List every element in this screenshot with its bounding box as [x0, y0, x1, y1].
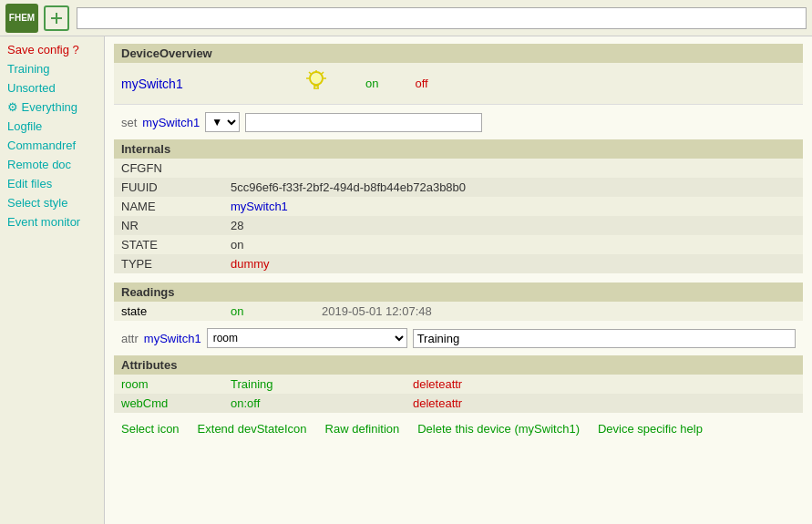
table-row: NR 28 [114, 216, 803, 235]
top-bar: FHEM [0, 0, 812, 36]
sidebar-item-remotedoc[interactable]: Remote doc [0, 155, 104, 174]
internal-value-state: on [223, 235, 803, 254]
table-row: state on 2019-05-01 12:07:48 [114, 302, 803, 321]
device-specific-help-link[interactable]: Device specific help [598, 422, 703, 436]
table-row: room Training deleteattr [114, 375, 803, 394]
table-row: TYPE dummy [114, 254, 803, 273]
internal-key-state: STATE [114, 235, 223, 254]
select-icon-link[interactable]: Select icon [121, 422, 180, 436]
attr-value-input[interactable] [413, 329, 796, 348]
internal-value-type: dummy [223, 254, 803, 273]
sidebar-item-training[interactable]: Training [0, 59, 104, 78]
table-row: webCmd on:off deleteattr [114, 394, 803, 413]
sidebar-item-selectstyle[interactable]: Select style [0, 193, 104, 212]
readings-header: Readings [114, 283, 803, 302]
internal-key-nr: NR [114, 216, 223, 235]
set-row: set mySwitch1 ▼ [114, 105, 803, 139]
device-name[interactable]: mySwitch1 [121, 77, 267, 91]
lightbulb-icon [303, 68, 329, 98]
sidebar-item-unsorted[interactable]: Unsorted [0, 78, 104, 98]
sidebar-item-logfile[interactable]: Logfile [0, 117, 104, 136]
sidebar-item-save-config[interactable]: Save config ? [0, 40, 104, 59]
sidebar-item-commandref[interactable]: Commandref [0, 136, 104, 155]
device-overview-header: DeviceOverview [114, 44, 803, 63]
set-value-input[interactable] [245, 113, 482, 132]
bottom-links: Select icon Extend devStateIcon Raw defi… [114, 413, 803, 445]
logo-text: FHEM [9, 13, 35, 23]
extend-devstateicon-link[interactable]: Extend devStateIcon [198, 422, 307, 436]
internal-value-cfgfn [223, 159, 803, 178]
reading-key-state: state [114, 302, 223, 321]
raw-definition-link[interactable]: Raw definition [325, 422, 400, 436]
sidebar: Save config ? Training Unsorted ⚙ Everyt… [0, 36, 105, 524]
main-layout: Save config ? Training Unsorted ⚙ Everyt… [0, 36, 812, 524]
search-input[interactable] [77, 7, 807, 29]
internal-value-name: mySwitch1 [223, 197, 803, 216]
svg-rect-1 [51, 17, 62, 19]
device-state-off: off [415, 77, 427, 90]
attr-key-webcmd: webCmd [114, 394, 223, 413]
attr-key-room: room [114, 375, 223, 394]
attributes-header: Attributes [114, 355, 803, 375]
attr-delete-webcmd[interactable]: deleteattr [406, 394, 803, 413]
internals-table: CFGFN FUUID 5cc96ef6-f33f-2bf2-494d-b8fb… [114, 159, 803, 273]
attributes-table: room Training deleteattr webCmd on:off d… [114, 375, 803, 413]
spacer1 [114, 273, 803, 283]
internals-header: Internals [114, 139, 803, 159]
add-button[interactable] [44, 5, 69, 31]
lightbulb-svg [303, 68, 329, 94]
svg-point-12 [312, 74, 321, 83]
attr-value-room: Training [223, 375, 406, 394]
set-command-select[interactable]: ▼ [205, 112, 240, 132]
table-row: CFGFN [114, 159, 803, 178]
internal-key-cfgfn: CFGFN [114, 159, 223, 178]
internal-value-nr: 28 [223, 216, 803, 235]
internal-key-fuuid: FUUID [114, 178, 223, 197]
content-area: DeviceOverview mySwitch1 [105, 36, 812, 524]
table-row: NAME mySwitch1 [114, 197, 803, 216]
attr-label: attr [121, 332, 139, 345]
reading-timestamp-state: 2019-05-01 12:07:48 [314, 302, 803, 321]
attr-value-webcmd: on:off [223, 394, 406, 413]
svg-rect-8 [313, 84, 319, 87]
svg-line-6 [309, 72, 311, 74]
readings-table: state on 2019-05-01 12:07:48 [114, 302, 803, 321]
internal-key-name: NAME [114, 197, 223, 216]
svg-line-4 [322, 72, 324, 74]
sidebar-item-editfiles[interactable]: Edit files [0, 174, 104, 193]
attr-delete-room[interactable]: deleteattr [406, 375, 803, 394]
table-row: STATE on [114, 235, 803, 254]
sidebar-item-everything[interactable]: ⚙ Everything [0, 98, 104, 117]
attr-device-name: mySwitch1 [144, 332, 201, 345]
reading-value-state: on [223, 302, 314, 321]
delete-device-link[interactable]: Delete this device (mySwitch1) [417, 422, 580, 436]
device-state-on: on [365, 77, 378, 90]
sidebar-item-eventmonitor[interactable]: Event monitor [0, 212, 104, 231]
fhem-logo[interactable]: FHEM [5, 4, 38, 33]
table-row: FUUID 5cc96ef6-f33f-2bf2-494d-b8fb44eb72… [114, 178, 803, 197]
internal-key-type: TYPE [114, 254, 223, 273]
set-label: set [121, 116, 137, 129]
internal-value-fuuid: 5cc96ef6-f33f-2bf2-494d-b8fb44eb72a3b8b0 [223, 178, 803, 197]
attr-name-select[interactable]: room [207, 328, 407, 348]
device-overview-row: mySwitch1 on off [114, 63, 803, 105]
attr-row: attr mySwitch1 room [114, 321, 803, 355]
set-device-name: mySwitch1 [142, 116, 200, 129]
plus-icon [49, 11, 64, 26]
